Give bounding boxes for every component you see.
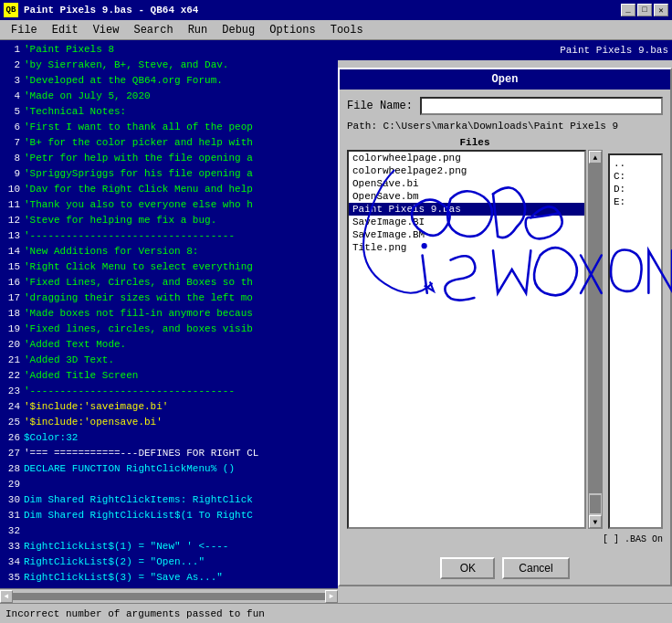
line-number: 5 — [0, 104, 24, 120]
line-number: 20 — [0, 337, 24, 353]
line-number: 34 — [0, 554, 24, 570]
maximize-button[interactable]: □ — [637, 4, 652, 16]
line-content: 'Dav for the Right Click Menu and help — [24, 182, 253, 197]
line-content: 'Steve for helping me fix a bug. — [24, 213, 216, 228]
file-item[interactable]: Title.png — [349, 241, 584, 254]
code-lines: 1'Paint Pixels 82'by Sierraken, B+, Stev… — [0, 40, 338, 588]
line-content: 'Developed at the QB64.org Forum. — [24, 73, 223, 89]
line-number: 3 — [0, 73, 24, 89]
file-item[interactable]: colorwheelpage.png — [349, 152, 584, 164]
ok-button[interactable]: OK — [440, 557, 495, 579]
drive-item[interactable]: D: — [612, 183, 659, 195]
code-line: 7'B+ for the color picker and help with — [0, 135, 338, 151]
menu-item-file[interactable]: File — [4, 22, 45, 38]
file-name-bar: Paint Pixels 9.bas — [338, 40, 672, 60]
code-line: 22'Added Title Screen — [0, 368, 338, 384]
minimize-button[interactable]: _ — [621, 4, 635, 16]
code-line: 24'$include:'saveimage.bi' — [0, 399, 338, 415]
dialog-buttons: OK Cancel — [340, 552, 670, 585]
line-number: 24 — [0, 399, 24, 415]
scroll-track-v[interactable] — [589, 164, 602, 493]
line-content: '---------------------------------- — [24, 384, 235, 399]
menu-item-debug[interactable]: Debug — [215, 22, 262, 38]
open-dialog-body: File Name: Path: C:\Users\marka\Download… — [340, 90, 670, 552]
line-content: 'Added Title Screen — [24, 368, 138, 384]
drive-item[interactable]: E: — [612, 195, 659, 208]
scroll-down-arrow[interactable]: ▼ — [589, 515, 602, 528]
file-item[interactable]: Paint Pixels 9.bas — [349, 203, 584, 216]
filter-label: [ ] .BAS On — [347, 534, 663, 544]
line-number: 16 — [0, 275, 24, 290]
file-item[interactable]: SaveImage.BM — [349, 228, 584, 241]
line-content: 'Added 3D Text. — [24, 353, 114, 368]
line-number: 6 — [0, 120, 24, 135]
line-content: 'Thank you also to everyone else who h — [24, 197, 253, 213]
files-header: Files — [347, 137, 603, 148]
menu-item-run[interactable]: Run — [181, 22, 215, 38]
drive-item[interactable]: C: — [612, 170, 659, 183]
line-content: 'Technical Notes: — [24, 104, 126, 120]
code-line: 33RightClickList$(1) = "New" ' <---- — [0, 539, 338, 554]
filename-input[interactable] — [420, 97, 663, 115]
line-content: 'Fixed Lines, Circles, and Boxes so th — [24, 275, 253, 290]
menu-item-options[interactable]: Options — [262, 22, 322, 38]
horizontal-scrollbar[interactable]: ◄ ► — [0, 588, 338, 603]
file-item[interactable]: OpenSave.bi — [349, 177, 584, 190]
scroll-thumb[interactable] — [590, 495, 601, 513]
code-line: 8'Petr for help with the file opening a — [0, 151, 338, 166]
menu-item-view[interactable]: View — [86, 22, 127, 38]
code-line: 11'Thank you also to everyone else who h — [0, 197, 338, 213]
line-content: 'Paint Pixels 8 — [24, 42, 114, 58]
line-number: 18 — [0, 306, 24, 322]
code-line: 6'First I want to thank all of the peop — [0, 120, 338, 135]
code-line: 1'Paint Pixels 8 — [0, 42, 338, 58]
code-line: 3'Developed at the QB64.org Forum. — [0, 73, 338, 89]
menu-bar: FileEditViewSearchRunDebugOptionsTools — [0, 20, 672, 40]
scroll-right-arrow[interactable]: ► — [325, 590, 338, 603]
open-dialog: Open File Name: Path: C:\Users\marka\Dow… — [338, 68, 672, 586]
drive-item[interactable]: .. — [612, 157, 659, 170]
menu-item-search[interactable]: Search — [126, 22, 180, 38]
line-content: 'by Sierraken, B+, Steve, and Dav. — [24, 58, 228, 73]
drives-list[interactable]: ..C:D:E: — [608, 153, 663, 529]
line-number: 23 — [0, 384, 24, 399]
right-panel: Paint Pixels 9.bas Open File Name: Path:… — [338, 40, 672, 623]
line-content: 'Made on July 5, 2020 — [24, 89, 151, 104]
line-content: '$include:'opensave.bi' — [24, 415, 163, 430]
file-item[interactable]: colorwheelpage2.png — [349, 164, 584, 177]
scroll-track[interactable] — [13, 593, 325, 600]
file-item[interactable]: SaveImage.BI — [349, 216, 584, 228]
line-number: 19 — [0, 322, 24, 337]
scroll-left-arrow[interactable]: ◄ — [0, 590, 13, 603]
line-content: 'Right Click Menu to select everything — [24, 259, 253, 275]
code-line: 29 — [0, 477, 338, 492]
line-number: 25 — [0, 415, 24, 430]
line-number: 1 — [0, 42, 24, 58]
code-line: 20'Added Text Mode. — [0, 337, 338, 353]
line-number: 30 — [0, 492, 24, 508]
files-list[interactable]: colorwheelpage.pngcolorwheelpage2.pngOpe… — [347, 150, 586, 529]
line-number: 12 — [0, 213, 24, 228]
scroll-up-arrow[interactable]: ▲ — [589, 151, 602, 164]
code-line: 15'Right Click Menu to select everything — [0, 259, 338, 275]
line-number: 10 — [0, 182, 24, 197]
code-line: 28DECLARE FUNCTION RightClickMenu% () — [0, 461, 338, 477]
line-content: 'SpriggySpriggs for his file opening a — [24, 166, 253, 182]
code-line: 19'Fixed lines, circles, and boxes visib — [0, 322, 338, 337]
menu-item-tools[interactable]: Tools — [323, 22, 371, 38]
file-name-text: Paint Pixels 9.bas — [560, 45, 668, 56]
line-number: 32 — [0, 523, 24, 539]
menu-item-edit[interactable]: Edit — [45, 22, 86, 38]
line-number: 22 — [0, 368, 24, 384]
file-item[interactable]: OpenSave.bm — [349, 190, 584, 203]
code-line: 12'Steve for helping me fix a bug. — [0, 213, 338, 228]
files-scrollbar[interactable]: ▲ ▼ — [588, 150, 603, 529]
code-line: 27'=== ===========---DEFINES FOR RIGHT C… — [0, 446, 338, 461]
code-editor: 1'Paint Pixels 82'by Sierraken, B+, Stev… — [0, 40, 338, 623]
line-content: $Color:32 — [24, 430, 78, 446]
line-number: 4 — [0, 89, 24, 104]
cancel-button[interactable]: Cancel — [502, 557, 569, 579]
line-number: 33 — [0, 539, 24, 554]
close-button[interactable]: ✕ — [654, 4, 668, 16]
line-number: 11 — [0, 197, 24, 213]
